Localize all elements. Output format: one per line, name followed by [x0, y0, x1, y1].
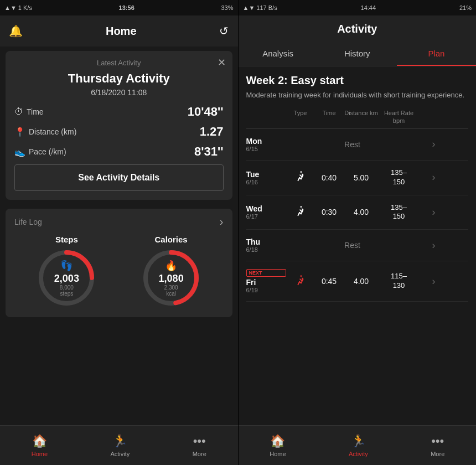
refresh-icon[interactable]: ↺: [219, 24, 229, 38]
steps-circle: 👣 2,003 8,000 steps: [36, 247, 97, 308]
svg-point-6: [300, 275, 302, 277]
left-signal: ▲▼ 1 K/s: [4, 4, 32, 11]
right-top-bar: Activity: [239, 16, 477, 42]
col-header-time: Time: [315, 109, 344, 125]
time-value: 10'48'': [188, 105, 224, 119]
calories-icon: 🔥: [159, 260, 184, 272]
arrow-tue: ›: [419, 172, 436, 183]
see-activity-details-button[interactable]: See Activity Details: [14, 164, 224, 191]
tab-analysis[interactable]: Analysis: [239, 42, 318, 66]
left-battery: 33%: [221, 4, 233, 11]
calories-stat: Calories 🔥 1,080 2,300 kcal: [141, 235, 201, 308]
distance-value: 1.27: [200, 125, 224, 139]
activity-name: Thursday Activity: [14, 71, 224, 86]
tab-history[interactable]: History: [318, 42, 397, 66]
time-label: Time: [27, 107, 44, 116]
lifelog-stats: Steps 👣 2,003 8,000 steps Calorie: [14, 235, 224, 308]
latest-activity-card: Latest Activity ✕ Thursday Activity 6/18…: [6, 51, 232, 200]
calories-circle: 🔥 1,080 2,300 kcal: [141, 247, 201, 308]
day-name-tue: Tue: [246, 170, 286, 179]
distance-label: Distance (km): [29, 127, 76, 136]
day-name-mon: Mon: [246, 137, 286, 146]
plan-week-desc: Moderate training week for individuals w…: [246, 90, 469, 100]
plan-row-fri[interactable]: NEXT Fri 6/19 0:45 4.00 115–130 ›: [246, 261, 469, 302]
right-nav-more[interactable]: ••• More: [431, 434, 444, 457]
activity-date: 6/18/2020 11:08: [14, 88, 224, 97]
run-icon-fri: [286, 274, 315, 289]
plan-row-thu[interactable]: Thu 6/18 Rest ›: [246, 230, 469, 261]
time-fri: 0:45: [315, 277, 344, 286]
hr-tue: 135–150: [379, 168, 419, 187]
time-icon: ⏱: [14, 107, 23, 117]
lifelog-title: Life Log: [14, 218, 42, 226]
steps-goal: 8,000: [54, 285, 79, 291]
right-nav-home[interactable]: 🏠 Home: [270, 434, 286, 457]
right-bottom-nav: 🏠 Home 🏃 Activity ••• More: [239, 425, 477, 465]
day-name-fri: Fri: [246, 278, 286, 287]
pace-value: 8'31'': [194, 144, 223, 159]
pace-icon: 👟: [14, 147, 25, 157]
left-time: 13:56: [119, 4, 134, 11]
plan-row-tue[interactable]: Tue 6/16 0:40 5.00 135–150 ›: [246, 161, 469, 195]
right-panel: ▲▼ 117 B/s 14:44 21% Activity Analysis H…: [239, 0, 477, 465]
nav-more-label: More: [193, 451, 206, 457]
stat-row-pace: 👟 Pace (/km) 8'31'': [14, 144, 224, 159]
lifelog-arrow-icon[interactable]: ›: [220, 215, 224, 228]
day-name-wed: Wed: [246, 204, 286, 213]
plan-content: Week 2: Easy start Moderate training wee…: [239, 66, 477, 425]
svg-point-4: [300, 171, 302, 173]
lifelog-header: Life Log ›: [14, 215, 224, 228]
right-battery-text: 21%: [459, 4, 472, 11]
right-time: 14:44: [361, 4, 376, 11]
nav-home[interactable]: 🏠 Home: [32, 434, 48, 457]
arrow-wed: ›: [419, 206, 436, 218]
page-title-home: Home: [106, 25, 137, 38]
rest-label-mon: Rest: [286, 140, 419, 149]
run-icon-wed: [286, 205, 315, 220]
right-nav-home-label: Home: [270, 451, 286, 457]
hr-wed: 135–150: [379, 203, 419, 222]
day-cell-tue: Tue 6/16: [246, 170, 286, 185]
left-signal-text: ▲▼ 1 K/s: [4, 4, 32, 11]
plan-week-title: Week 2: Easy start: [246, 74, 469, 87]
card-title-latest-activity: Latest Activity: [14, 59, 224, 67]
tab-plan[interactable]: Plan: [397, 42, 476, 66]
day-cell-mon: Mon 6/15: [246, 137, 286, 152]
lifelog-card: Life Log › Steps 👣 2,003 8,000 steps: [6, 209, 232, 317]
right-home-icon: 🏠: [270, 434, 285, 448]
plan-row-wed[interactable]: Wed 6/17 0:30 4.00 135–150 ›: [246, 195, 469, 230]
bell-icon[interactable]: 🔔: [9, 24, 23, 38]
day-date-fri: 6/19: [246, 287, 286, 293]
right-signal-text: ▲▼ 117 B/s: [243, 4, 277, 11]
dist-wed: 4.00: [344, 208, 379, 216]
close-button[interactable]: ✕: [218, 56, 226, 69]
nav-more[interactable]: ••• More: [193, 434, 206, 457]
next-badge: NEXT: [246, 269, 286, 277]
steps-label: Steps: [55, 235, 78, 244]
dist-tue: 5.00: [344, 173, 379, 182]
day-date-tue: 6/16: [246, 179, 286, 185]
home-icon: 🏠: [32, 434, 47, 448]
calories-goal: 2,300: [159, 285, 184, 291]
left-top-bar: 🔔 Home ↺: [0, 16, 238, 46]
arrow-fri: ›: [419, 276, 436, 287]
stat-row-distance: 📍 Distance (km) 1.27: [14, 125, 224, 139]
page-title-activity: Activity: [337, 23, 377, 35]
nav-home-label: Home: [32, 451, 48, 457]
plan-row-mon[interactable]: Mon 6/15 Rest ›: [246, 129, 469, 161]
col-header-type: Type: [286, 109, 315, 125]
arrow-thu: ›: [419, 240, 436, 251]
steps-value: 2,003: [54, 273, 79, 285]
right-nav-activity[interactable]: 🏃 Activity: [349, 434, 368, 457]
col-header-distance: Distance km: [344, 109, 379, 125]
run-icon-tue: [286, 170, 315, 185]
hr-fri: 115–130: [379, 272, 419, 291]
day-name-thu: Thu: [246, 237, 286, 246]
day-cell-thu: Thu 6/18: [246, 237, 286, 253]
nav-activity[interactable]: 🏃 Activity: [110, 434, 130, 457]
time-tue: 0:40: [315, 173, 344, 182]
activity-nav-icon: 🏃: [112, 434, 127, 448]
rest-label-thu: Rest: [286, 241, 419, 250]
stat-row-time: ⏱ Time 10'48'': [14, 105, 224, 119]
day-date-wed: 6/17: [246, 213, 286, 220]
